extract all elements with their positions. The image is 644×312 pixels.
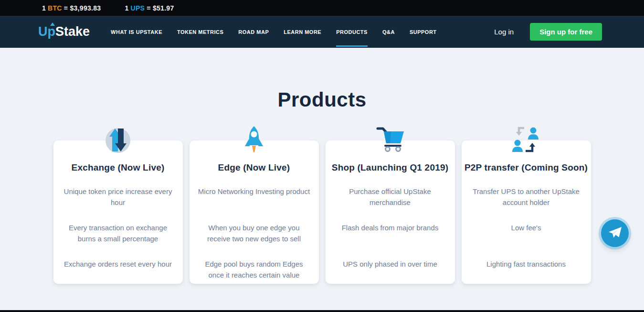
card-title: Shop (Launching Q1 2019) [326,162,455,173]
nav-item-learn-more[interactable]: LEARN MORE [284,16,321,48]
nav-menu: WHAT IS UPSTAKE TOKEN METRICS ROAD MAP L… [111,16,437,48]
feature-item: UPS only phased in over time [326,258,455,295]
feature-item: Lighting fast transactions [462,258,591,295]
exchange-arrows-icon [104,126,132,156]
nav-item-support[interactable]: SUPPORT [410,16,437,48]
ups-symbol: UPS [131,4,145,12]
nav-item-qa[interactable]: Q&A [382,16,395,48]
card-features: Purchase official UpStake merchandise Fl… [326,186,455,295]
nav-item-products[interactable]: PRODUCTS [336,16,368,48]
telegram-chat-button[interactable] [601,219,629,247]
feature-item: Low fee's [462,222,591,258]
nav-item-road-map[interactable]: ROAD MAP [238,16,269,48]
p2p-users-icon [512,126,540,155]
logo-text-stake: Stake [55,24,90,39]
products-section: Products Exchange (Now Live) Unique toke… [0,89,644,284]
feature-item: Flash deals from major brands [326,222,455,258]
product-card-exchange[interactable]: Exchange (Now Live) Unique token price i… [53,140,183,284]
feature-item: Exchange orders reset every hour [53,258,183,295]
btc-rate: = $3,993.83 [64,4,101,12]
upstake-products-page: 1BTC= $3,993.83 1UPS= $51.97 UpStake WHA… [0,0,644,312]
ups-ticker: 1UPS= $51.97 [125,4,176,12]
main-navbar: UpStake WHAT IS UPSTAKE TOKEN METRICS RO… [0,16,644,48]
feature-item: When you buy one edge you receive two ne… [190,222,319,258]
card-features: Micro Networking Investing product When … [190,186,319,295]
ups-amount: 1 [125,4,128,12]
page-title: Products [0,89,644,111]
card-features: Unique token price increase every hour E… [53,186,183,295]
signup-button[interactable]: Sign up for free [530,23,602,41]
nav-actions: Log in Sign up for free [494,23,602,41]
logo-text-up: Up [38,24,55,39]
feature-item: Purchase official UpStake merchandise [326,186,455,222]
feature-item: Micro Networking Investing product [190,186,319,222]
rocket-icon [243,126,264,156]
card-title: Edge (Now Live) [190,162,319,173]
nav-item-token-metrics[interactable]: TOKEN METRICS [177,16,223,48]
btc-ticker: 1BTC= $3,993.83 [42,4,103,12]
product-cards-row: Exchange (Now Live) Unique token price i… [0,140,644,284]
shopping-cart-icon [375,126,405,154]
btc-amount: 1 [42,4,46,12]
feature-item: Transfer UPS to another UpStake account … [462,186,591,222]
btc-symbol: BTC [48,4,62,12]
card-features: Transfer UPS to another UpStake account … [462,186,591,295]
product-card-edge[interactable]: Edge (Now Live) Micro Networking Investi… [190,140,319,284]
logo-up-arrow-icon [50,22,55,26]
feature-item: Unique token price increase every hour [53,186,183,222]
ups-rate: = $51.97 [147,4,174,12]
upstake-logo[interactable]: UpStake [38,24,90,39]
footer-top-edge [0,310,644,312]
login-link[interactable]: Log in [494,28,514,36]
feature-item: Every transaction on exchange burns a sm… [53,222,183,258]
telegram-plane-icon [608,226,622,240]
price-ticker-bar: 1BTC= $3,993.83 1UPS= $51.97 [0,0,644,16]
feature-item: Edge pool buys random Edges once it reac… [190,258,319,295]
card-title: P2P transfer (Coming Soon) [462,162,591,173]
nav-item-what-is-upstake[interactable]: WHAT IS UPSTAKE [111,16,162,48]
product-card-shop[interactable]: Shop (Launching Q1 2019) Purchase offici… [326,140,455,284]
card-title: Exchange (Now Live) [53,162,183,173]
product-card-p2p-transfer[interactable]: P2P transfer (Coming Soon) Transfer UPS … [462,140,591,284]
